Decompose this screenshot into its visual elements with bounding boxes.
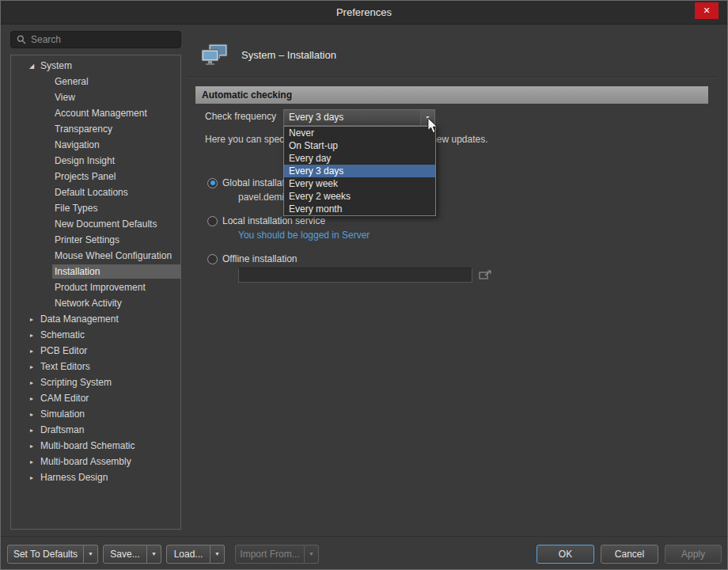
set-to-defaults-label[interactable]: Set To Defaults [7, 545, 84, 564]
tree-item-label: General [52, 74, 180, 89]
dropdown-option-never[interactable]: Never [284, 127, 435, 139]
offline-path-field[interactable] [238, 268, 472, 283]
tree-item-harness-design[interactable]: ▸Harness Design [11, 469, 180, 485]
tree-item-label: Default Locations [52, 185, 180, 200]
collapse-icon[interactable]: ▸ [27, 395, 36, 402]
check-frequency-dropdown[interactable]: Every 3 days ▼ [283, 109, 435, 126]
tree-item-mouse-wheel-configuration[interactable]: Mouse Wheel Configuration [11, 248, 180, 264]
tree-item-label: Mouse Wheel Configuration [52, 249, 180, 263]
tree-item-label: Product Improvement [52, 280, 180, 294]
radio-button-icon[interactable] [207, 254, 218, 264]
tree-item-label: Multi-board Schematic [40, 440, 135, 451]
chevron-down-icon[interactable]: ▼ [84, 545, 98, 564]
collapse-icon[interactable]: ▸ [27, 363, 36, 370]
dropdown-option-every-3-days[interactable]: Every 3 days [284, 165, 435, 177]
tree-item-pcb-editor[interactable]: ▸PCB Editor [11, 343, 180, 359]
collapse-icon[interactable]: ▸ [27, 411, 36, 418]
tree-item-label: System [40, 60, 72, 71]
search-input[interactable] [31, 34, 175, 45]
tree-item-printer-settings[interactable]: Printer Settings [11, 232, 180, 248]
load-label[interactable]: Load... [166, 545, 210, 564]
tree-item-label: Draftsman [40, 424, 84, 435]
collapse-icon[interactable]: ▸ [27, 427, 36, 434]
tree-item-draftsman[interactable]: ▸Draftsman [11, 422, 180, 438]
tree-item-label: Transparency [52, 122, 180, 136]
dropdown-option-every-day[interactable]: Every day [284, 152, 435, 165]
ok-button[interactable]: OK [537, 545, 594, 564]
radio-local-installation[interactable]: Local installation service [207, 215, 325, 226]
tree-item-design-insight[interactable]: Design Insight [11, 153, 180, 169]
tree-item-label: PCB Editor [40, 345, 87, 356]
search-icon [17, 35, 26, 44]
collapse-icon[interactable]: ▸ [27, 316, 36, 323]
search-box [10, 31, 181, 48]
collapse-icon[interactable]: ▸ [27, 443, 36, 450]
close-button[interactable]: ✕ [695, 2, 719, 19]
tree-item-account-management[interactable]: Account Management [11, 105, 180, 121]
tree-item-text-editors[interactable]: ▸Text Editors [11, 359, 180, 374]
tree-item-network-activity[interactable]: Network Activity [11, 295, 180, 311]
server-login-link[interactable]: You should be logged in Server [238, 230, 370, 241]
window-title: Preferences [1, 1, 727, 25]
radio-button-icon[interactable] [207, 216, 218, 226]
titlebar: Preferences ✕ [1, 1, 727, 25]
tree-item-multi-board-schematic[interactable]: ▸Multi-board Schematic [11, 438, 180, 454]
tree-item-file-types[interactable]: File Types [11, 200, 180, 216]
chevron-down-icon[interactable]: ▼ [147, 545, 161, 564]
tree-item-label: Scripting System [40, 377, 112, 388]
tree-item-label: Design Insight [52, 154, 180, 168]
preferences-tree: ◢ System General View Account Management… [10, 55, 181, 530]
set-to-defaults-button: Set To Defaults ▼ [7, 545, 98, 564]
tree-item-cam-editor[interactable]: ▸CAM Editor [11, 390, 180, 406]
tree-item-label: File Types [52, 201, 180, 215]
tree-item-product-improvement[interactable]: Product Improvement [11, 279, 180, 295]
collapse-icon[interactable]: ▸ [27, 379, 36, 386]
tree-item-label: View [52, 90, 180, 104]
tree-item-label: Network Activity [52, 296, 180, 310]
tree-item-label: Text Editors [40, 361, 90, 372]
browse-folder-icon[interactable] [479, 269, 493, 281]
collapse-icon[interactable]: ▸ [27, 332, 36, 339]
apply-button[interactable]: Apply [665, 545, 722, 564]
tree-item-label: Projects Panel [52, 169, 180, 184]
tree-item-new-document-defaults[interactable]: New Document Defaults [11, 216, 180, 232]
expand-icon[interactable]: ◢ [27, 63, 36, 70]
tree-item-navigation[interactable]: Navigation [11, 137, 180, 153]
tree-item-system[interactable]: ◢ System [11, 58, 180, 74]
radio-offline-installation[interactable]: Offline installation [207, 253, 298, 264]
tree-item-default-locations[interactable]: Default Locations [11, 184, 180, 200]
tree-item-view[interactable]: View [11, 89, 180, 105]
tree-item-simulation[interactable]: ▸Simulation [11, 406, 180, 422]
tree-item-general[interactable]: General [11, 74, 180, 89]
tree-item-projects-panel[interactable]: Projects Panel [11, 169, 180, 184]
dropdown-value: Every 3 days [284, 110, 420, 125]
collapse-icon[interactable]: ▸ [27, 348, 36, 355]
tree-item-schematic[interactable]: ▸Schematic [11, 327, 180, 343]
dropdown-option-on-start-up[interactable]: On Start-up [284, 139, 435, 152]
dropdown-option-every-week[interactable]: Every week [284, 177, 435, 190]
chevron-down-icon[interactable]: ▼ [210, 545, 225, 564]
tree-item-transparency[interactable]: Transparency [11, 121, 180, 137]
import-from-label[interactable]: Import From... [235, 545, 305, 564]
tree-item-installation[interactable]: Installation [11, 264, 180, 279]
chevron-down-icon[interactable]: ▼ [305, 545, 319, 564]
tree-item-multi-board-assembly[interactable]: ▸Multi-board Assembly [11, 454, 180, 469]
radio-button-icon[interactable] [207, 178, 218, 188]
collapse-icon[interactable]: ▸ [27, 458, 36, 466]
tree-item-label: Navigation [52, 138, 180, 152]
radio-label: Offline installation [222, 253, 298, 264]
tree-item-label: Multi-board Assembly [40, 456, 131, 467]
tree-item-label: New Document Defaults [52, 217, 180, 231]
cancel-button[interactable]: Cancel [601, 545, 658, 564]
system-monitors-icon [200, 44, 229, 66]
dropdown-option-every-month[interactable]: Every month [284, 203, 435, 215]
dropdown-option-every-2-weeks[interactable]: Every 2 weeks [284, 190, 435, 203]
mouse-cursor [427, 117, 438, 134]
header-divider [188, 77, 718, 78]
tree-item-data-management[interactable]: ▸Data Management [11, 311, 180, 327]
save-label[interactable]: Save... [103, 545, 147, 564]
load-button: Load... ▼ [166, 545, 225, 564]
tree-item-label: CAM Editor [40, 393, 89, 404]
tree-item-scripting-system[interactable]: ▸Scripting System [11, 374, 180, 390]
collapse-icon[interactable]: ▸ [27, 474, 36, 481]
